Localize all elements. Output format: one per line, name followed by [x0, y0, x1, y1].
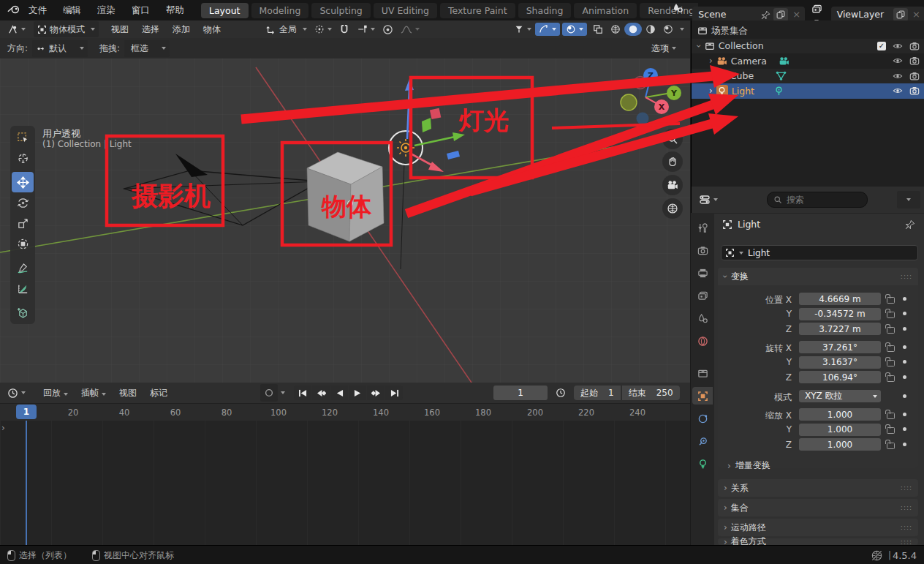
tab-uv-editing[interactable]: UV Editing: [374, 3, 437, 18]
animate-dot[interactable]: [903, 327, 906, 331]
falloff-dropdown[interactable]: [397, 23, 423, 36]
scene-name[interactable]: Scene: [695, 9, 729, 20]
expand-icon[interactable]: ›: [709, 86, 713, 96]
current-frame-field[interactable]: 1: [493, 386, 548, 400]
tab-constraints[interactable]: [692, 410, 713, 427]
auto-key-button[interactable]: [260, 384, 278, 402]
pin-icon[interactable]: [761, 10, 770, 20]
pan-button[interactable]: [662, 151, 683, 172]
animate-dot[interactable]: [903, 443, 906, 446]
mesh-data-icon[interactable]: [776, 70, 787, 81]
playhead-frame-badge[interactable]: 1: [16, 405, 37, 419]
new-view-layer-button[interactable]: [893, 8, 908, 21]
shading-dropdown[interactable]: [680, 28, 684, 31]
animate-dot[interactable]: [903, 312, 906, 315]
lock-icon[interactable]: [887, 297, 895, 304]
motion-paths-panel[interactable]: ›运动路径::::: [718, 519, 918, 536]
expand-icon[interactable]: ›: [694, 44, 704, 48]
scale-z-field[interactable]: 1.000: [799, 438, 881, 451]
tool-rotate[interactable]: [12, 192, 34, 213]
render-visibility-icon[interactable]: [909, 41, 920, 51]
expand-icon[interactable]: ›: [709, 56, 713, 66]
pin-id-icon[interactable]: [905, 219, 915, 230]
loc-y-field[interactable]: -0.34572 m: [799, 308, 881, 320]
animate-dot[interactable]: [903, 394, 906, 398]
panel-drag-handle[interactable]: ::::: [901, 484, 912, 492]
tab-layout[interactable]: Layout: [201, 3, 249, 18]
properties-options-dropdown[interactable]: [897, 191, 920, 208]
exclude-checkbox[interactable]: ✓: [877, 42, 886, 50]
camera-data-icon[interactable]: [779, 56, 789, 67]
menu-file[interactable]: 文件: [20, 4, 55, 17]
remove-view-layer-icon[interactable]: ×: [911, 9, 922, 20]
object-name-field[interactable]: Light: [721, 245, 918, 260]
snap-dropdown[interactable]: [353, 23, 379, 36]
tab-sculpting[interactable]: Sculpting: [311, 3, 370, 18]
scale-y-field[interactable]: 1.000: [799, 424, 881, 436]
pivot-dropdown[interactable]: [311, 23, 336, 36]
tab-texture-paint[interactable]: Texture Paint: [440, 3, 515, 18]
show-gizmo-filter-dropdown[interactable]: [510, 23, 535, 36]
tool-move[interactable]: [12, 172, 34, 192]
lock-icon[interactable]: [887, 427, 895, 434]
animate-dot[interactable]: [903, 345, 906, 349]
options-dropdown[interactable]: 选项: [648, 41, 680, 56]
tool-add-cube[interactable]: [12, 302, 34, 323]
auto-key-dropdown[interactable]: [281, 391, 285, 394]
snap-toggle[interactable]: [336, 23, 353, 36]
loc-z-field[interactable]: 3.7227 m: [799, 323, 881, 335]
tab-collection[interactable]: [692, 364, 713, 382]
lock-icon[interactable]: [887, 327, 895, 334]
shading-solid-button[interactable]: [624, 23, 642, 36]
tab-tool[interactable]: [692, 219, 713, 236]
tool-measure[interactable]: [12, 278, 34, 298]
animate-dot[interactable]: [903, 427, 906, 431]
lock-icon[interactable]: [887, 375, 895, 382]
loc-x-field[interactable]: 4.6669 m: [799, 293, 881, 305]
tab-scene[interactable]: [692, 309, 713, 327]
shading-rendered-button[interactable]: [659, 23, 677, 36]
panel-drag-handle[interactable]: ::::: [901, 273, 912, 280]
animate-dot[interactable]: [903, 413, 906, 416]
scale-x-field[interactable]: 1.000: [799, 408, 881, 421]
menu-render[interactable]: 渲染: [89, 4, 124, 17]
menu-window[interactable]: 窗口: [124, 4, 158, 17]
object-icon[interactable]: [725, 248, 735, 257]
direction-dropdown[interactable]: 默认: [32, 40, 88, 57]
tool-cursor[interactable]: [12, 148, 34, 168]
tab-render[interactable]: [692, 241, 713, 259]
scene-collection-row[interactable]: 场景集合: [692, 23, 924, 39]
overlays-toggle[interactable]: [562, 23, 587, 36]
lock-icon[interactable]: [887, 360, 895, 366]
object-name-value[interactable]: Light: [748, 248, 770, 258]
tab-object-data[interactable]: [692, 455, 713, 473]
zoom-button[interactable]: [662, 129, 683, 149]
animate-dot[interactable]: [903, 360, 906, 364]
menu-keying[interactable]: 插帧: [75, 387, 113, 399]
camera-view-button[interactable]: [662, 175, 683, 195]
prev-keyframe-button[interactable]: [312, 386, 330, 400]
tab-animation[interactable]: Animation: [574, 3, 637, 18]
proportional-edit-toggle[interactable]: [379, 23, 397, 37]
unlink-scene-icon[interactable]: ×: [791, 9, 802, 20]
use-preview-range-button[interactable]: [552, 386, 569, 399]
menu-view[interactable]: 视图: [105, 23, 135, 36]
rotation-mode-dropdown[interactable]: XYZ 欧拉: [799, 390, 881, 402]
menu-add[interactable]: 添加: [166, 23, 197, 36]
panel-drag-handle[interactable]: ::::: [901, 538, 912, 546]
rot-z-field[interactable]: 106.94°: [799, 371, 881, 383]
lock-icon[interactable]: [887, 312, 895, 318]
tab-physics[interactable]: [692, 432, 713, 450]
new-scene-button[interactable]: [773, 8, 788, 21]
panel-drag-handle[interactable]: ::::: [901, 524, 912, 531]
render-visibility-icon[interactable]: [909, 86, 920, 96]
breadcrumb-object-name[interactable]: Light: [738, 219, 760, 230]
timeline-editor-type-button[interactable]: [4, 386, 29, 400]
shading-material-button[interactable]: [642, 23, 659, 36]
tool-transform[interactable]: [12, 233, 34, 254]
render-visibility-icon[interactable]: [909, 71, 920, 81]
frame-end-field[interactable]: 结束 250: [622, 386, 680, 400]
expand-icon[interactable]: ›: [709, 71, 713, 81]
properties-search-input[interactable]: 搜索: [767, 192, 868, 208]
gizmo-y-label[interactable]: Y: [670, 89, 678, 98]
